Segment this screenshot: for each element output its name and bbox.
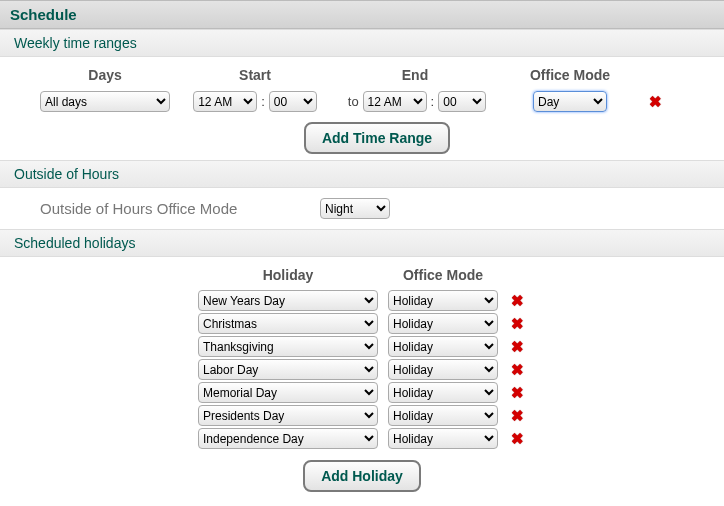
holiday-mode-select[interactable]: Holiday bbox=[388, 428, 498, 449]
holiday-headers: Holiday Office Mode bbox=[0, 261, 724, 289]
holiday-row: ThanksgivingHoliday✖ bbox=[0, 335, 724, 358]
holiday-row: Memorial DayHoliday✖ bbox=[0, 381, 724, 404]
end-min-select[interactable]: 00 bbox=[438, 91, 486, 112]
holiday-mode-select[interactable]: Holiday bbox=[388, 405, 498, 426]
end-hour-select[interactable]: 12 AM bbox=[363, 91, 427, 112]
days-select[interactable]: All days bbox=[40, 91, 170, 112]
start-hour-select[interactable]: 12 AM bbox=[193, 91, 257, 112]
holiday-name-select[interactable]: Thanksgiving bbox=[198, 336, 378, 357]
section-weekly: Weekly time ranges bbox=[0, 29, 724, 57]
header-start: Start bbox=[180, 67, 330, 83]
delete-icon[interactable]: ✖ bbox=[511, 292, 524, 309]
delete-icon[interactable]: ✖ bbox=[649, 93, 662, 110]
delete-icon[interactable]: ✖ bbox=[511, 338, 524, 355]
add-holiday-button[interactable]: Add Holiday bbox=[303, 460, 421, 492]
page-title: Schedule bbox=[0, 0, 724, 29]
holiday-row: Labor DayHoliday✖ bbox=[0, 358, 724, 381]
holiday-name-select[interactable]: Christmas bbox=[198, 313, 378, 334]
holiday-row: Independence DayHoliday✖ bbox=[0, 427, 724, 450]
holiday-row: ChristmasHoliday✖ bbox=[0, 312, 724, 335]
start-min-select[interactable]: 00 bbox=[269, 91, 317, 112]
holiday-name-select[interactable]: Memorial Day bbox=[198, 382, 378, 403]
header-days: Days bbox=[30, 67, 180, 83]
header-end: End bbox=[330, 67, 500, 83]
delete-icon[interactable]: ✖ bbox=[511, 315, 524, 332]
weekly-row: All days 12 AM : 00 to 12 AM : 00 Day bbox=[30, 87, 724, 116]
colon: : bbox=[257, 94, 269, 109]
outside-label: Outside of Hours Office Mode bbox=[40, 200, 320, 217]
delete-icon[interactable]: ✖ bbox=[511, 361, 524, 378]
section-holidays: Scheduled holidays bbox=[0, 229, 724, 257]
holiday-name-select[interactable]: New Years Day bbox=[198, 290, 378, 311]
holiday-mode-select[interactable]: Holiday bbox=[388, 336, 498, 357]
holiday-name-select[interactable]: Labor Day bbox=[198, 359, 378, 380]
holiday-name-select[interactable]: Presidents Day bbox=[198, 405, 378, 426]
section-outside: Outside of Hours bbox=[0, 160, 724, 188]
delete-icon[interactable]: ✖ bbox=[511, 430, 524, 447]
holiday-row: Presidents DayHoliday✖ bbox=[0, 404, 724, 427]
holiday-mode-select[interactable]: Holiday bbox=[388, 313, 498, 334]
office-mode-select[interactable]: Day bbox=[533, 91, 607, 112]
header-holiday: Holiday bbox=[193, 267, 383, 283]
add-time-range-button[interactable]: Add Time Range bbox=[304, 122, 450, 154]
delete-icon[interactable]: ✖ bbox=[511, 407, 524, 424]
holiday-mode-select[interactable]: Holiday bbox=[388, 382, 498, 403]
header-mode: Office Mode bbox=[500, 67, 640, 83]
holiday-name-select[interactable]: Independence Day bbox=[198, 428, 378, 449]
weekly-headers: Days Start End Office Mode bbox=[30, 63, 724, 87]
colon: : bbox=[427, 94, 439, 109]
header-holiday-mode: Office Mode bbox=[383, 267, 503, 283]
holiday-mode-select[interactable]: Holiday bbox=[388, 290, 498, 311]
delete-icon[interactable]: ✖ bbox=[511, 384, 524, 401]
holiday-row: New Years DayHoliday✖ bbox=[0, 289, 724, 312]
outside-mode-select[interactable]: Night bbox=[320, 198, 390, 219]
holiday-mode-select[interactable]: Holiday bbox=[388, 359, 498, 380]
to-label: to bbox=[344, 94, 363, 109]
